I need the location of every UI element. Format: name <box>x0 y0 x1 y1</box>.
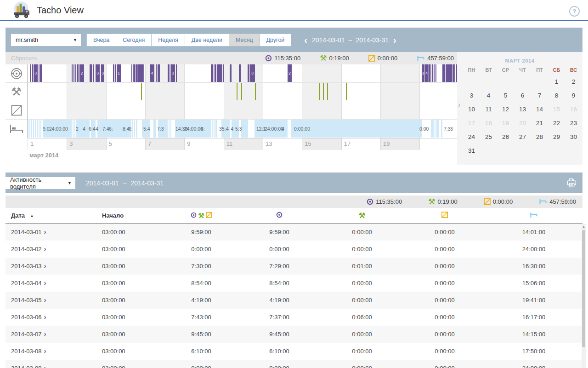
calendar-week-row: 31 <box>463 144 582 157</box>
column-header-total-work[interactable]: ⚒ <box>164 212 238 219</box>
calendar-day[interactable]: 20 <box>514 120 531 126</box>
calendar-day[interactable]: 12 <box>497 106 514 113</box>
next-period-button[interactable]: › <box>392 35 397 45</box>
driving-bar-label: 1 <box>118 71 120 75</box>
column-header-start[interactable]: Начало <box>91 212 164 219</box>
availability-row-label <box>6 101 27 120</box>
table-row[interactable]: 2014-03-03›03:00:007:30:007:29:000:01:00… <box>6 258 582 275</box>
calendar-day[interactable]: 9 <box>565 92 582 99</box>
table-row[interactable]: 2014-03-04›03:00:008:54:008:54:000:00:00… <box>6 275 582 292</box>
calendar-day[interactable]: 27 <box>514 133 531 140</box>
table-row[interactable]: 2014-03-02›03:00:000:00:000:00:000:00:00… <box>6 241 582 258</box>
driving-cell: 7:29:00 <box>238 263 321 270</box>
range-button-1[interactable]: Вчера <box>86 34 116 46</box>
column-header-work[interactable]: ⚒ <box>321 212 403 219</box>
calendar-collapse-chevron[interactable]: › <box>458 100 461 109</box>
table-row[interactable]: 2014-03-06›03:00:007:43:007:37:000:06:00… <box>6 309 582 326</box>
calendar-day[interactable]: 29 <box>548 133 565 140</box>
range-button-2[interactable]: Сегодня <box>116 34 152 46</box>
driving-bar <box>156 64 157 82</box>
table-row[interactable]: 2014-03-05›03:00:004:19:004:19:000:00:00… <box>6 292 582 309</box>
driving-cell: 0:00:00 <box>238 246 321 253</box>
calendar-day[interactable]: 25 <box>480 133 497 140</box>
chevron-right-icon[interactable]: › <box>44 347 46 354</box>
driving-cell: 4:19:00 <box>238 297 321 304</box>
rest-icon <box>417 55 425 61</box>
table-row[interactable]: 2014-03-09›03:00:000:00:000:00:000:00:00… <box>6 360 582 368</box>
range-button-6[interactable]: Другой <box>260 34 292 46</box>
column-header-date[interactable]: Дата ▲ <box>6 212 91 219</box>
chevron-right-icon[interactable]: › <box>44 262 46 269</box>
rest-cell: 24:00:00 <box>486 246 582 253</box>
table-row[interactable]: 2014-03-01›03:00:009:59:009:59:000:00:00… <box>6 224 582 241</box>
calendar-day[interactable]: 28 <box>531 133 548 140</box>
calendar-day[interactable]: 22 <box>548 120 565 126</box>
stat-driving: 115:35:00 <box>265 55 300 62</box>
driving-cell: 0:00:00 <box>238 365 321 368</box>
column-header-driving[interactable] <box>238 212 321 219</box>
table-scrollbar[interactable]: ▲ <box>582 224 586 368</box>
calendar-day[interactable]: 8 <box>548 92 565 99</box>
driver-select[interactable]: mr.smith ▼ <box>11 34 81 46</box>
calendar-day[interactable]: 6 <box>514 92 531 99</box>
chevron-right-icon[interactable]: › <box>44 330 46 337</box>
calendar-day[interactable]: 11 <box>480 106 497 113</box>
rest-duration-label: 7:4 <box>102 120 109 138</box>
calendar-day[interactable]: 18 <box>480 120 497 126</box>
report-type-select[interactable]: Активность водителя ▼ <box>6 177 75 189</box>
calendar-day[interactable]: 3 <box>463 92 480 99</box>
range-button-5[interactable]: Месяц <box>229 34 260 46</box>
calendar-day[interactable]: 17 <box>463 120 480 126</box>
driver-select-value: mr.smith <box>16 36 38 43</box>
calendar-week-row: 17181920212223 <box>463 116 582 130</box>
calendar-day[interactable]: 30 <box>565 133 582 140</box>
chevron-right-icon[interactable]: › <box>44 364 46 368</box>
scrollbar-thumb[interactable] <box>582 230 585 347</box>
chevron-right-icon[interactable]: › <box>44 279 46 286</box>
axis-band: 15 <box>302 138 341 150</box>
calendar-day[interactable]: 16 <box>565 106 582 113</box>
calendar-day[interactable]: 19 <box>497 120 514 126</box>
calendar-day[interactable]: 4 <box>480 92 497 99</box>
help-button[interactable]: ? <box>569 6 580 17</box>
column-header-rest[interactable] <box>486 212 582 219</box>
calendar-day[interactable]: 10 <box>463 106 480 113</box>
range-button-3[interactable]: Неделя <box>151 34 185 46</box>
calendar-day[interactable]: 24 <box>463 133 480 140</box>
crossed-hammers-icon: ⚒ <box>11 86 21 98</box>
driving-bar <box>136 64 137 82</box>
table-row[interactable]: 2014-03-07›03:00:009:45:009:45:000:00:00… <box>6 326 582 343</box>
driving-bar-label: 2 <box>288 71 291 75</box>
print-button[interactable] <box>566 178 577 188</box>
rest-gap <box>28 120 29 138</box>
total-work-cell: 7:30:00 <box>164 263 238 270</box>
driving-bar <box>217 64 222 82</box>
driving-bar-label: 3 <box>251 71 254 75</box>
driving-bar <box>230 64 232 82</box>
chevron-right-icon[interactable]: › <box>44 313 46 320</box>
calendar-day[interactable]: 23 <box>565 120 582 126</box>
chevron-right-icon[interactable]: › <box>44 228 46 235</box>
slashed-square-icon <box>206 212 212 219</box>
calendar-day[interactable]: 15 <box>548 106 565 113</box>
calendar-day[interactable]: 31 <box>463 147 480 154</box>
driving-bar <box>137 64 143 82</box>
prev-period-button[interactable]: ‹ <box>303 35 308 45</box>
calendar-day[interactable]: 26 <box>497 133 514 140</box>
chevron-right-icon[interactable]: › <box>44 296 46 303</box>
calendar-day[interactable]: 5 <box>497 92 514 99</box>
table-row[interactable]: 2014-03-08›03:00:006:10:006:10:000:00:00… <box>6 343 582 360</box>
stat-availability: 0:00:00 <box>484 198 513 205</box>
column-header-availability[interactable] <box>403 212 486 219</box>
reset-button[interactable]: Сбросить <box>11 52 38 64</box>
calendar-day[interactable]: 14 <box>531 106 548 113</box>
axis-tick-label: 7 <box>148 140 151 147</box>
scrollbar-up-arrow[interactable]: ▲ <box>582 224 586 229</box>
range-button-4[interactable]: Две недели <box>185 34 229 46</box>
calendar-day[interactable]: 21 <box>531 120 548 126</box>
chevron-right-icon[interactable]: › <box>44 245 46 252</box>
calendar-day[interactable]: 2 <box>565 78 582 85</box>
calendar-day[interactable]: 7 <box>531 92 548 99</box>
calendar-day[interactable]: 13 <box>514 106 531 113</box>
calendar-day[interactable]: 1 <box>548 78 565 85</box>
